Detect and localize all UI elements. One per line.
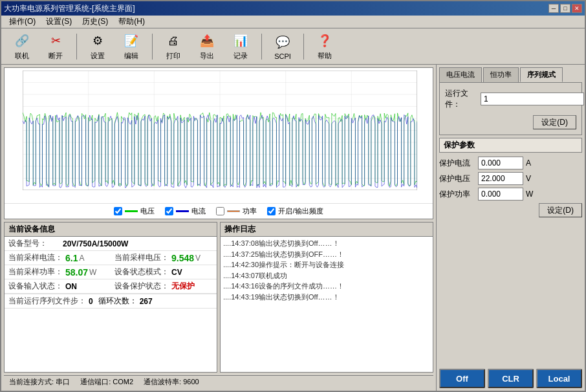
toolbar-export[interactable]: 📤 导出 <box>191 31 222 62</box>
current-color <box>176 210 189 212</box>
protect-voltage-label: 保护电压 <box>439 173 478 184</box>
maximize-button[interactable]: □ <box>560 4 570 13</box>
toolbar-connect[interactable]: 🔗 联机 <box>6 31 38 62</box>
action-buttons: Off CLR Local <box>439 369 582 388</box>
protect-current-label: 保护电流 <box>439 158 478 169</box>
device-model-row: 设备型号： 20V/750A/15000W <box>5 237 217 251</box>
log-entry: ....14:43:07联机成功 <box>223 270 430 281</box>
toolbar: 🔗 联机 ✂ 断开 ⚙ 设置 📝 编辑 🖨 打印 📤 导出 📊 记录 <box>1 28 585 65</box>
window-controls: ─ □ ✕ <box>548 4 582 13</box>
tab-const-power[interactable]: 恒功率 <box>483 67 519 82</box>
run-file-input[interactable] <box>481 93 584 105</box>
device-info-title: 当前设备信息 <box>5 223 217 237</box>
model-value: 20V/750A/15000W <box>63 239 128 248</box>
loop-value: 267 <box>140 297 153 306</box>
log-entry: ....14:43:19输出状态切换到Off……！ <box>223 292 430 303</box>
port-status: 通信端口: COM2 <box>80 377 133 387</box>
mode-row: 设备状态模式： CV <box>111 265 217 279</box>
run-file-label: 运行文件： <box>445 88 481 110</box>
toolbar-sep-3 <box>261 34 262 60</box>
loop-label: 循环次数： <box>98 296 137 307</box>
chart-container: 0 3 6 9 12 15 18 21 24 27 30 0 1 <box>4 67 433 219</box>
protect-rows: 保护电流 A 保护电压 V 保护功率 W <box>439 157 582 201</box>
voltage-row: 当前采样电压： 9.548 V <box>111 251 217 265</box>
input-value: ON <box>65 282 77 291</box>
voltage-value: 9.548 <box>171 253 194 263</box>
model-label: 设备型号： <box>8 238 60 249</box>
voltage-checkbox[interactable] <box>114 207 122 215</box>
chart-svg-wrapper: 0 3 6 9 12 15 18 21 24 27 30 0 1 <box>5 68 433 203</box>
input-row: 设备输入状态： ON <box>5 279 111 294</box>
window-title: 大功率电源系列管理系统-[系统主界面] <box>4 3 135 14</box>
menu-help[interactable]: 帮助(H) <box>113 15 150 28</box>
power-value: 58.07 <box>65 267 88 278</box>
help-icon: ❓ <box>316 32 334 50</box>
menu-operate[interactable]: 操作(O) <box>4 15 41 28</box>
power-row: 当前采样功率： 58.07 W <box>5 265 111 279</box>
protect-set-btn-container: 设定(D) <box>439 203 582 217</box>
toolbar-disconnect[interactable]: ✂ 断开 <box>40 31 71 62</box>
voltage-unit: V <box>195 254 201 263</box>
connection-status: 当前连接方式: 串口 <box>9 377 70 387</box>
device-info-section: 当前设备信息 设备型号： 20V/750A/15000W 当前采样电流： 6.1… <box>4 222 217 373</box>
close-button[interactable]: ✕ <box>572 4 582 13</box>
input-label: 设备输入状态： <box>8 281 63 292</box>
tab-sequence[interactable]: 序列规式 <box>520 67 563 82</box>
log-section: 操作日志 ....14:37:08输出状态切换到Off……！....14:37:… <box>220 222 433 373</box>
scpi-icon: 💬 <box>274 33 292 51</box>
legend-voltage: 电压 <box>114 206 155 216</box>
legend-power: 功率 <box>216 206 257 216</box>
log-title: 操作日志 <box>221 223 433 237</box>
protect-status-label: 设备保护状态： <box>114 281 169 292</box>
toolbar-edit[interactable]: 📝 编辑 <box>116 31 147 62</box>
edit-icon: 📝 <box>122 32 140 50</box>
switch-freq-checkbox[interactable] <box>267 207 276 215</box>
toolbar-sep-1 <box>76 34 77 60</box>
baudrate-status: 通信波特率: 9600 <box>144 377 199 387</box>
off-button[interactable]: Off <box>439 369 485 388</box>
current-row: 当前采样电流： 6.1 A <box>5 251 111 265</box>
protect-title: 保护参数 <box>439 138 582 153</box>
current-unit: A <box>79 254 84 263</box>
menu-settings[interactable]: 设置(S) <box>41 15 77 28</box>
toolbar-settings[interactable]: ⚙ 设置 <box>82 31 113 62</box>
protect-voltage-input[interactable] <box>478 172 523 185</box>
mode-label: 设备状态模式： <box>114 267 169 278</box>
toolbar-help[interactable]: ❓ 帮助 <box>309 31 340 62</box>
toolbar-print[interactable]: 🖨 打印 <box>158 31 189 62</box>
ops-log-container: 当前设备信息 设备型号： 20V/750A/15000W 当前采样电流： 6.1… <box>4 222 433 373</box>
toolbar-record[interactable]: 📊 记录 <box>225 31 256 62</box>
main-content: 0 3 6 9 12 15 18 21 24 27 30 0 1 <box>1 65 585 391</box>
record-icon: 📊 <box>232 32 250 50</box>
left-panel: 0 3 6 9 12 15 18 21 24 27 30 0 1 <box>1 65 436 391</box>
protect-params-section: 保护参数 保护电流 A 保护电压 V 保护功率 W <box>439 138 582 217</box>
log-entry: ....14:37:25输出状态切换到OFF……！ <box>223 249 430 260</box>
minimize-button[interactable]: ─ <box>548 4 559 13</box>
protect-status-value: 无保护 <box>171 281 195 292</box>
tab-voltage-current[interactable]: 电压电流 <box>439 67 482 82</box>
current-checkbox[interactable] <box>165 207 173 215</box>
step-label: 当前运行序列文件步： <box>8 296 86 307</box>
disconnect-icon: ✂ <box>47 32 65 50</box>
current-label: 当前采样电流： <box>8 252 63 263</box>
protect-current-unit: A <box>526 158 535 168</box>
main-window: 大功率电源系列管理系统-[系统主界面] ─ □ ✕ 操作(O) 设置(S) 历史… <box>0 0 586 392</box>
right-panel: 电压电流 恒功率 序列规式 运行文件： <box>436 65 585 391</box>
protect-power-input[interactable] <box>478 188 523 201</box>
voltage-label: 电压 <box>140 206 155 216</box>
toolbar-scpi[interactable]: 💬 SCPI <box>267 31 298 62</box>
protect-current-input[interactable] <box>478 157 523 169</box>
clr-button[interactable]: CLR <box>488 369 534 388</box>
power-label: 功率 <box>243 206 257 216</box>
protect-set-btn[interactable]: 设定(D) <box>539 203 582 217</box>
print-icon: 🖨 <box>164 32 182 50</box>
menu-history[interactable]: 历史(S) <box>77 15 113 28</box>
power-checkbox[interactable] <box>216 207 224 215</box>
local-button[interactable]: Local <box>536 369 582 388</box>
tabs: 电压电流 恒功率 序列规式 <box>439 67 582 83</box>
voltage-color <box>125 210 138 212</box>
run-file-set-btn[interactable]: 设定(D) <box>533 115 576 129</box>
protect-voltage-unit: V <box>526 174 535 183</box>
switch-freq-label: 开启/输出频度 <box>278 206 323 216</box>
mode-value: CV <box>171 268 182 277</box>
